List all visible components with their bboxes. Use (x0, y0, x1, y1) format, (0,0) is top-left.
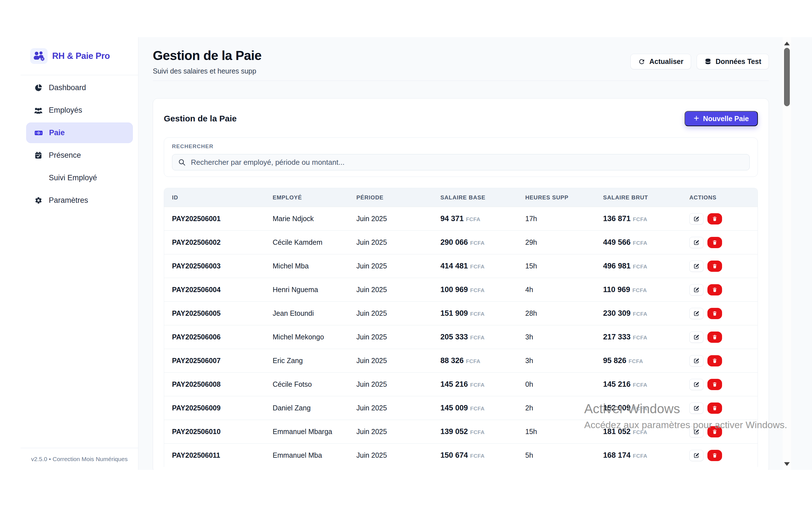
base-salary-cell: 290 066 FCFA (441, 238, 525, 247)
edit-button[interactable] (689, 402, 703, 414)
base-salary-cell: 88 326 FCFA (441, 356, 525, 365)
scroll-up-arrow-icon[interactable] (784, 42, 790, 45)
trash-icon (712, 453, 718, 458)
gear-icon (34, 196, 43, 204)
gross-salary-amount: 145 216 (603, 380, 631, 389)
base-salary-cell: 150 674 FCFA (441, 451, 525, 460)
edit-button[interactable] (689, 284, 703, 295)
new-payroll-button[interactable]: + Nouvelle Paie (684, 111, 758, 126)
sidebar-item-dashboard[interactable]: Dashboard (26, 77, 133, 98)
overtime-hours-cell: 29h (525, 238, 603, 246)
period-cell: Juin 2025 (356, 356, 441, 365)
page-title: Gestion de la Paie (153, 48, 261, 63)
database-icon (704, 58, 712, 65)
base-salary-cell: 414 481 FCFA (441, 262, 525, 270)
delete-button[interactable] (707, 450, 722, 461)
scrollbar-thumb[interactable] (784, 48, 790, 106)
edit-pencil-icon (693, 216, 700, 222)
base-salary-amount: 150 674 (441, 451, 468, 460)
employee-cell: Emmanuel Mba (273, 451, 356, 459)
delete-button[interactable] (707, 426, 722, 438)
delete-button[interactable] (707, 237, 722, 248)
search-box (172, 154, 750, 170)
edit-button[interactable] (689, 308, 703, 319)
table-row: PAY202506001 Marie Ndjock Juin 2025 94 3… (164, 207, 758, 230)
table-row: PAY202506010 Emmanuel Mbarga Juin 2025 1… (164, 420, 758, 443)
actions-cell (689, 379, 750, 390)
scroll-down-arrow-icon[interactable] (784, 462, 790, 466)
edit-button[interactable] (689, 450, 703, 461)
currency-unit: FCFA (633, 406, 647, 412)
base-salary-amount: 145 009 (441, 404, 468, 412)
actions-cell (689, 308, 750, 319)
delete-button[interactable] (707, 379, 722, 390)
gross-salary-cell: 110 969 FCFA (603, 285, 689, 294)
base-salary-amount: 414 481 (441, 262, 468, 270)
edit-button[interactable] (689, 355, 703, 367)
delete-button[interactable] (707, 213, 722, 224)
gross-salary-cell: 136 871 FCFA (603, 214, 689, 223)
delete-button[interactable] (707, 332, 722, 343)
trash-icon (712, 240, 718, 245)
edit-button[interactable] (689, 426, 703, 438)
sidebar-item-presence[interactable]: Présence (26, 145, 133, 166)
actions-cell (689, 332, 750, 343)
actions-cell (689, 261, 750, 272)
table-row: PAY202506002 Cécile Kamdem Juin 2025 290… (164, 230, 758, 254)
card-title: Gestion de la Paie (164, 114, 237, 123)
delete-button[interactable] (707, 284, 722, 295)
trash-icon (712, 216, 718, 222)
sidebar-item-paie[interactable]: Paie (26, 122, 133, 143)
edit-button[interactable] (689, 261, 703, 272)
currency-unit: FCFA (470, 406, 485, 412)
delete-button[interactable] (707, 261, 722, 272)
payroll-id-cell: PAY202506001 (172, 215, 273, 223)
column-header-periode: PÉRIODE (356, 194, 441, 201)
table-header-row: ID EMPLOYÉ PÉRIODE SALAIRE BASE HEURES S… (164, 188, 758, 207)
edit-button[interactable] (689, 332, 703, 343)
delete-button[interactable] (707, 402, 722, 414)
test-data-button[interactable]: Données Test (697, 54, 769, 69)
edit-pencil-icon (693, 381, 700, 388)
column-header-heures-supp: HEURES SUPP (525, 194, 603, 201)
employee-cell: Cécile Kamdem (273, 238, 356, 246)
gross-salary-cell: 217 333 FCFA (603, 333, 689, 341)
sidebar-item-parametres[interactable]: Paramètres (26, 190, 133, 211)
payroll-id-cell: PAY202506002 (172, 238, 273, 246)
gross-salary-amount: 496 981 (603, 262, 631, 270)
edit-button[interactable] (689, 213, 703, 224)
period-cell: Juin 2025 (356, 309, 441, 318)
currency-unit: FCFA (470, 311, 485, 317)
currency-unit: FCFA (629, 358, 643, 364)
overtime-hours-cell: 3h (525, 356, 603, 365)
gross-salary-cell: 230 309 FCFA (603, 309, 689, 318)
sidebar-nav: Dashboard Employés (20, 75, 138, 211)
column-header-salaire-base: SALAIRE BASE (441, 194, 525, 201)
main-content: Gestion de la Paie Suivi des salaires et… (139, 37, 783, 470)
payroll-table: ID EMPLOYÉ PÉRIODE SALAIRE BASE HEURES S… (164, 188, 758, 467)
edit-button[interactable] (689, 237, 703, 248)
delete-button[interactable] (707, 308, 722, 319)
overtime-hours-cell: 0h (525, 380, 603, 388)
payroll-id-cell: PAY202506004 (172, 286, 273, 294)
employee-cell: Emmanuel Mbarga (273, 428, 356, 436)
sidebar-item-suivi-employe[interactable]: Suivi Employé (26, 168, 133, 188)
actions-cell (689, 355, 750, 367)
banknote-icon (35, 130, 43, 136)
search-input[interactable] (190, 158, 744, 167)
base-salary-amount: 290 066 (441, 238, 468, 247)
edit-pencil-icon (693, 239, 700, 245)
card-header: Gestion de la Paie + Nouvelle Paie (164, 99, 758, 126)
edit-pencil-icon (693, 263, 700, 269)
delete-button[interactable] (707, 355, 722, 367)
refresh-button[interactable]: Actualiser (630, 54, 691, 69)
column-header-salaire-brut: SALAIRE BRUT (603, 194, 689, 201)
column-header-actions: ACTIONS (689, 194, 750, 201)
edit-button[interactable] (689, 379, 703, 390)
sidebar-item-employes[interactable]: Employés (26, 100, 133, 121)
payroll-id-cell: PAY202506009 (172, 404, 273, 412)
gross-salary-amount: 152 009 (603, 404, 631, 412)
overtime-hours-cell: 15h (525, 262, 603, 270)
base-salary-cell: 151 909 FCFA (441, 309, 525, 318)
currency-unit: FCFA (633, 264, 647, 270)
